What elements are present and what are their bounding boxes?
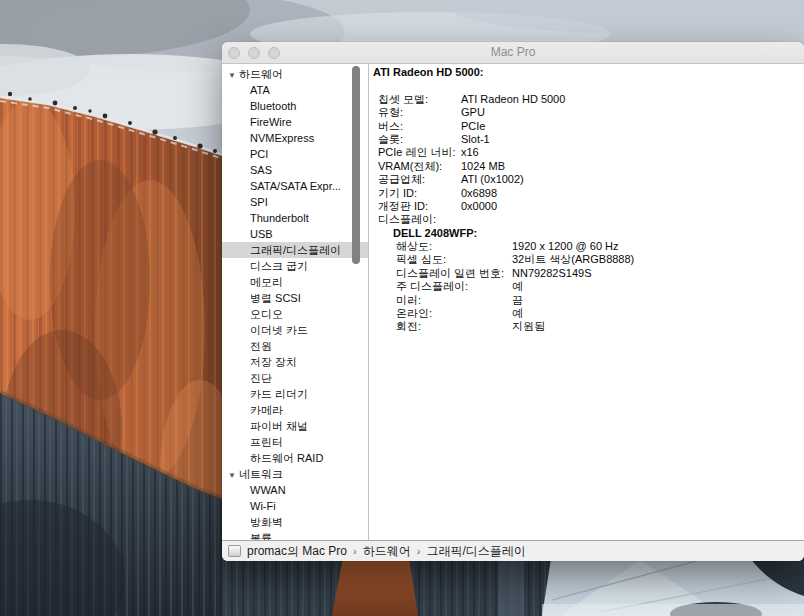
breadcrumb-item-1[interactable]: 하드웨어 <box>363 543 411 560</box>
property-label: 개정판 ID: <box>378 200 428 213</box>
property-label: 슬롯: <box>378 133 403 146</box>
display-property-row: 디스플레이 일련 번호:NN79282S149S <box>369 267 804 280</box>
sidebar-item-label: 카메라 <box>250 404 283 416</box>
sidebar-item-label: 메모리 <box>250 276 283 288</box>
sidebar-item-label: 프린터 <box>250 436 283 448</box>
disclosure-triangle-icon: ▼ <box>228 468 239 484</box>
sidebar-item-label: 저장 장치 <box>250 356 297 368</box>
breadcrumb-item-2[interactable]: 그래픽/디스플레이 <box>426 543 525 560</box>
sidebar-item-label: SAS <box>250 164 272 176</box>
display-property-value: 예 <box>512 307 523 320</box>
property-label: 칩셋 모델: <box>378 93 428 106</box>
sidebar-item-0-23[interactable]: 하드웨어 RAID <box>222 450 368 466</box>
sidebar-item-0-8[interactable]: Thunderbolt <box>222 210 368 226</box>
property-row: 칩셋 모델:ATI Radeon HD 5000 <box>369 93 804 106</box>
sidebar-item-0-15[interactable]: 이더넷 카드 <box>222 322 368 338</box>
sidebar-item-label: 카드 리더기 <box>250 388 308 400</box>
display-property-row: 회전:지원됨 <box>369 320 804 333</box>
sidebar-scrollbar-thumb[interactable] <box>352 66 360 264</box>
sidebar-item-0-17[interactable]: 저장 장치 <box>222 354 368 370</box>
sidebar-section-1[interactable]: ▼네트워크 <box>222 466 368 482</box>
display-property-label: 해상도: <box>396 240 432 253</box>
display-property-value: NN79282S149S <box>512 267 592 280</box>
sidebar: ▼하드웨어ATABluetoothFireWireNVMExpressPCISA… <box>222 64 369 540</box>
property-label: 공급업체: <box>378 173 425 186</box>
sidebar-item-0-18[interactable]: 진단 <box>222 370 368 386</box>
sidebar-item-0-21[interactable]: 파이버 채널 <box>222 418 368 434</box>
sidebar-item-label: 파이버 채널 <box>250 420 308 432</box>
sidebar-item-0-13[interactable]: 병렬 SCSI <box>222 290 368 306</box>
property-row: 개정판 ID:0x0000 <box>369 200 804 213</box>
sidebar-item-0-12[interactable]: 메모리 <box>222 274 368 290</box>
display-property-row: 해상도:1920 x 1200 @ 60 Hz <box>369 240 804 253</box>
property-row: 슬롯:Slot-1 <box>369 133 804 146</box>
sidebar-item-label: WWAN <box>250 484 286 496</box>
display-property-row: 주 디스플레이:예 <box>369 280 804 293</box>
sidebar-list: ▼하드웨어ATABluetoothFireWireNVMExpressPCISA… <box>222 64 368 540</box>
sidebar-item-label: Wi-Fi <box>250 500 276 512</box>
sidebar-item-0-4[interactable]: PCI <box>222 146 368 162</box>
sidebar-item-0-14[interactable]: 오디오 <box>222 306 368 322</box>
system-information-window: Mac Pro ▼하드웨어ATABluetoothFireWireNVMExpr… <box>222 42 804 561</box>
sidebar-item-1-3[interactable]: 볼륨 <box>222 530 368 540</box>
display-property-label: 온라인: <box>396 307 432 320</box>
sidebar-item-0-9[interactable]: USB <box>222 226 368 242</box>
sidebar-item-label: SPI <box>250 196 268 208</box>
display-property-value: 끔 <box>512 294 523 307</box>
statusbar: promac의 Mac Pro›하드웨어›그래픽/디스플레이 <box>222 540 804 561</box>
property-value: 0x0000 <box>461 200 497 213</box>
computer-icon <box>228 545 241 557</box>
sidebar-section-0[interactable]: ▼하드웨어 <box>222 66 368 82</box>
window-titlebar[interactable]: Mac Pro <box>222 42 804 64</box>
display-property-label: 회전: <box>396 320 421 333</box>
display-property-value: 예 <box>512 280 523 293</box>
sidebar-item-0-2[interactable]: FireWire <box>222 114 368 130</box>
content-pane: ATI Radeon HD 5000:칩셋 모델:ATI Radeon HD 5… <box>369 64 804 540</box>
sidebar-item-0-10[interactable]: 그래픽/디스플레이 <box>222 242 368 258</box>
zoom-button[interactable] <box>268 47 280 59</box>
property-value: x16 <box>461 146 479 159</box>
property-value: 1024 MB <box>461 160 505 173</box>
minimize-button[interactable] <box>248 47 260 59</box>
sidebar-item-label: Bluetooth <box>250 100 296 112</box>
sidebar-item-label: SATA/SATA Expr... <box>250 180 341 192</box>
sidebar-item-0-20[interactable]: 카메라 <box>222 402 368 418</box>
display-property-row: 픽셀 심도:32비트 색상(ARGB8888) <box>369 253 804 266</box>
sidebar-item-0-7[interactable]: SPI <box>222 194 368 210</box>
sidebar-item-0-16[interactable]: 전원 <box>222 338 368 354</box>
sidebar-item-0-1[interactable]: Bluetooth <box>222 98 368 114</box>
sidebar-item-label: 그래픽/디스플레이 <box>250 244 341 256</box>
property-value: GPU <box>461 106 485 119</box>
breadcrumb-item-0[interactable]: promac의 Mac Pro <box>247 543 347 560</box>
displays-heading-row: 디스플레이: <box>369 213 804 226</box>
sidebar-item-label: NVMExpress <box>250 132 314 144</box>
sidebar-item-0-0[interactable]: ATA <box>222 82 368 98</box>
property-label: 버스: <box>378 120 403 133</box>
displays-heading: 디스플레이: <box>378 213 436 226</box>
sidebar-item-label: 전원 <box>250 340 272 352</box>
sidebar-item-0-11[interactable]: 디스크 굽기 <box>222 258 368 274</box>
sidebar-item-0-3[interactable]: NVMExpress <box>222 130 368 146</box>
display-property-label: 주 디스플레이: <box>396 280 468 293</box>
property-row: 기기 ID:0x6898 <box>369 187 804 200</box>
property-label: VRAM(전체): <box>378 160 442 173</box>
property-value: Slot-1 <box>461 133 490 146</box>
sidebar-item-0-22[interactable]: 프린터 <box>222 434 368 450</box>
blank-row <box>369 79 804 92</box>
property-label: 기기 ID: <box>378 187 417 200</box>
sidebar-item-0-19[interactable]: 카드 리더기 <box>222 386 368 402</box>
sidebar-item-label: 진단 <box>250 372 272 384</box>
close-button[interactable] <box>228 47 240 59</box>
breadcrumb: promac의 Mac Pro›하드웨어›그래픽/디스플레이 <box>247 543 526 560</box>
sidebar-item-label: 병렬 SCSI <box>250 292 301 304</box>
display-property-label: 미러: <box>396 294 421 307</box>
sidebar-item-1-2[interactable]: 방화벽 <box>222 514 368 530</box>
display-property-label: 디스플레이 일련 번호: <box>396 267 504 280</box>
display-property-row: 온라인:예 <box>369 307 804 320</box>
sidebar-item-0-5[interactable]: SAS <box>222 162 368 178</box>
sidebar-item-1-0[interactable]: WWAN <box>222 482 368 498</box>
traffic-lights <box>228 47 280 59</box>
sidebar-item-0-6[interactable]: SATA/SATA Expr... <box>222 178 368 194</box>
sidebar-item-1-1[interactable]: Wi-Fi <box>222 498 368 514</box>
property-row: PCIe 레인 너비:x16 <box>369 146 804 159</box>
